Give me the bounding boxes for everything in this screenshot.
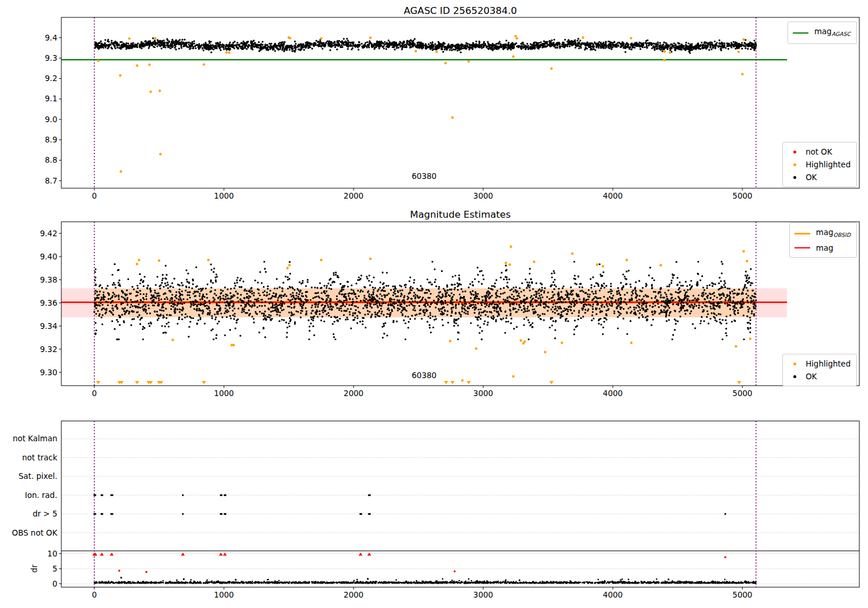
legend-row-mag-agasc: magAGASC bbox=[793, 25, 851, 41]
svg-text:9.0: 9.0 bbox=[45, 115, 57, 124]
mag-label: mag bbox=[816, 241, 833, 254]
svg-text:0: 0 bbox=[92, 389, 97, 398]
dr-ok-points bbox=[94, 578, 757, 584]
svg-text:9.3: 9.3 bbox=[45, 53, 57, 63]
ok-points bbox=[94, 38, 757, 54]
y-tick-labels: 8.78.88.99.09.19.29.39.4 bbox=[45, 33, 61, 185]
mag-obsid-label: magOBSID bbox=[816, 226, 851, 241]
svg-text:2000: 2000 bbox=[344, 191, 363, 200]
svg-text:9.4: 9.4 bbox=[45, 33, 57, 42]
svg-text:5000: 5000 bbox=[733, 590, 752, 599]
legend-mag-lines: magOBSID mag bbox=[789, 222, 857, 258]
dr-axis-label: dr bbox=[30, 564, 39, 573]
svg-text:8.8: 8.8 bbox=[45, 155, 57, 164]
figure: 0100020003000400050008.78.88.99.09.19.29… bbox=[0, 0, 868, 608]
legend-row-ok: OK bbox=[788, 171, 851, 184]
green-line-swatch bbox=[793, 32, 808, 34]
highlighted-label: Highlighted bbox=[806, 158, 851, 171]
not-ok-label: not OK bbox=[806, 145, 832, 158]
axes-spine bbox=[61, 421, 859, 587]
ok-label-2: OK bbox=[806, 370, 816, 383]
highlighted-points bbox=[97, 35, 745, 173]
legend-point-status-2: Highlighted OK bbox=[782, 354, 857, 386]
legend-row-not-ok: not OK bbox=[788, 145, 851, 158]
legend-row-ok-2: OK bbox=[788, 370, 851, 383]
svg-text:9.30: 9.30 bbox=[40, 368, 57, 377]
svg-text:1000: 1000 bbox=[214, 590, 234, 599]
x-tick-labels: 010002000300040005000 bbox=[92, 188, 752, 200]
y-tick-labels: 9.309.329.349.369.389.409.42 bbox=[40, 229, 61, 377]
clipped-below-markers bbox=[96, 381, 741, 384]
svg-text:1000: 1000 bbox=[214, 389, 234, 398]
legend-point-status: not OK Highlighted OK bbox=[782, 142, 857, 187]
plot2-obsid-annotation: 60380 bbox=[395, 371, 453, 380]
plot-flags-dr: 010002000300040005000not Kalmannot track… bbox=[12, 421, 859, 599]
svg-text:9.42: 9.42 bbox=[40, 229, 57, 238]
mag-agasc-label: magAGASC bbox=[814, 25, 851, 41]
svg-text:4000: 4000 bbox=[603, 389, 623, 398]
svg-text:5: 5 bbox=[52, 564, 57, 573]
svg-text:3000: 3000 bbox=[473, 389, 493, 398]
svg-text:9.1: 9.1 bbox=[45, 94, 57, 103]
svg-text:8.9: 8.9 bbox=[45, 135, 57, 144]
black-dot-swatch bbox=[793, 176, 796, 179]
orange-line-swatch bbox=[795, 233, 810, 235]
red-line-swatch bbox=[795, 247, 810, 248]
svg-text:9.2: 9.2 bbox=[45, 74, 57, 83]
red-dot-swatch bbox=[793, 151, 796, 153]
highlighted-label-2: Highlighted bbox=[806, 357, 851, 370]
svg-text:10: 10 bbox=[47, 549, 57, 558]
x-tick-labels: 010002000300040005000 bbox=[92, 587, 752, 599]
svg-text:0: 0 bbox=[52, 579, 57, 588]
svg-text:9.38: 9.38 bbox=[40, 275, 57, 284]
svg-text:not Kalman: not Kalman bbox=[13, 434, 57, 443]
svg-text:9.34: 9.34 bbox=[40, 321, 57, 331]
svg-text:8.7: 8.7 bbox=[45, 176, 57, 185]
gridlines bbox=[61, 439, 859, 584]
svg-text:dr > 5: dr > 5 bbox=[32, 509, 57, 518]
svg-text:9.40: 9.40 bbox=[40, 252, 57, 261]
svg-text:OBS not OK: OBS not OK bbox=[12, 528, 58, 537]
dr-not-ok-points bbox=[93, 552, 727, 573]
x-tick-labels: 010002000300040005000 bbox=[92, 386, 752, 398]
svg-text:1000: 1000 bbox=[214, 191, 234, 200]
svg-text:5000: 5000 bbox=[733, 191, 752, 200]
legend-row-highlighted: Highlighted bbox=[788, 158, 851, 171]
svg-text:4000: 4000 bbox=[603, 191, 623, 200]
svg-text:Ion. rad.: Ion. rad. bbox=[25, 490, 57, 500]
flag-points bbox=[93, 495, 726, 581]
svg-text:3000: 3000 bbox=[473, 191, 493, 200]
black-dot-swatch bbox=[793, 375, 796, 378]
svg-text:Sat. pixel.: Sat. pixel. bbox=[19, 471, 57, 481]
svg-text:2000: 2000 bbox=[344, 389, 363, 398]
svg-text:9.36: 9.36 bbox=[40, 298, 57, 307]
svg-text:2000: 2000 bbox=[344, 590, 363, 599]
svg-text:not track: not track bbox=[22, 453, 57, 462]
svg-text:0: 0 bbox=[92, 191, 97, 200]
legend-row-mag: mag bbox=[795, 241, 851, 254]
svg-text:4000: 4000 bbox=[603, 590, 623, 599]
legend-mag-agasc: magAGASC bbox=[788, 21, 857, 44]
plot1-obsid-annotation: 60380 bbox=[395, 171, 453, 181]
ok-label: OK bbox=[806, 171, 816, 184]
orange-dot-swatch bbox=[793, 362, 796, 365]
plot2-title: Magnitude Estimates bbox=[61, 210, 859, 220]
svg-text:9.32: 9.32 bbox=[40, 345, 57, 354]
plots-canvas: 0100020003000400050008.78.88.99.09.19.29… bbox=[0, 0, 868, 608]
svg-text:5000: 5000 bbox=[733, 389, 752, 398]
svg-text:3000: 3000 bbox=[473, 590, 493, 599]
plot1-title: AGASC ID 256520384.0 bbox=[61, 6, 859, 16]
legend-row-mag-obsid: magOBSID bbox=[795, 226, 851, 241]
svg-text:0: 0 bbox=[92, 590, 97, 599]
orange-dot-swatch bbox=[793, 163, 796, 166]
legend-row-highlighted-2: Highlighted bbox=[788, 357, 851, 370]
